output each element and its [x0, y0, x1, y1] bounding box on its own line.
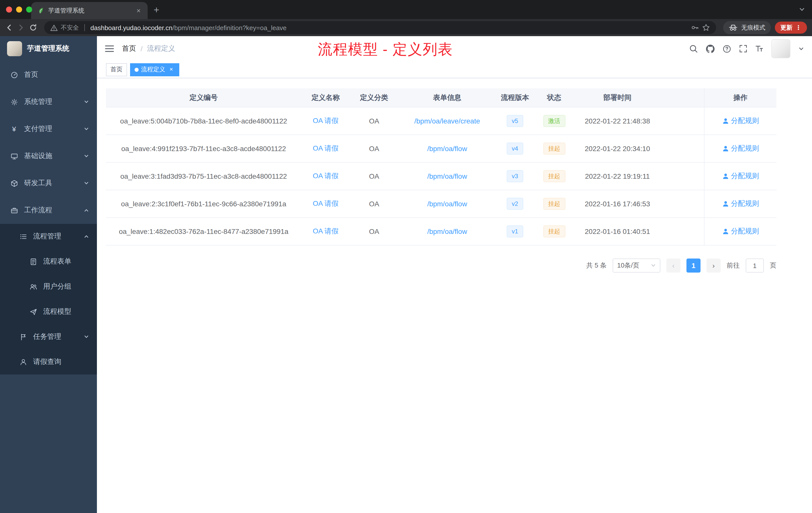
reload-button[interactable]: [29, 24, 37, 32]
definition-name-link[interactable]: OA 请假: [313, 117, 339, 125]
cell-definition-id: oa_leave:1:482ec033-762a-11ec-8477-a2380…: [106, 218, 301, 245]
assign-rule-link[interactable]: 分配规则: [731, 199, 759, 208]
prev-page-button[interactable]: ‹: [666, 259, 680, 273]
sidebar-submenu-workflow: 流程管理 流程表单 用户分组: [0, 224, 97, 374]
avatar-caret-down-icon[interactable]: [799, 46, 804, 52]
sidebar-item-infrastructure[interactable]: 基础设施: [0, 143, 97, 170]
security-warning-icon[interactable]: [50, 24, 58, 31]
close-window-button[interactable]: [6, 6, 12, 12]
sidebar-item-task-management[interactable]: 任务管理: [0, 324, 97, 350]
monitor-icon: [10, 152, 18, 160]
assign-rule-link[interactable]: 分配规则: [731, 144, 759, 153]
goto-page-input[interactable]: [746, 259, 764, 273]
chevron-down-icon: [84, 99, 89, 104]
fullscreen-icon[interactable]: [739, 45, 747, 53]
tab-title: 芋道管理系统: [48, 6, 130, 15]
breadcrumb-separator: /: [141, 45, 143, 53]
page-number-button[interactable]: 1: [687, 259, 700, 273]
tag-home[interactable]: 首页: [106, 63, 127, 76]
sidebar-item-system[interactable]: 系统管理: [0, 88, 97, 116]
version-badge: v1: [507, 225, 523, 237]
goto-unit: 页: [770, 261, 776, 270]
document-icon: [29, 258, 37, 265]
omnibox-divider: [84, 24, 85, 31]
assign-rule-link[interactable]: 分配规则: [731, 172, 759, 181]
version-badge: v3: [507, 170, 523, 182]
back-button[interactable]: [5, 24, 13, 32]
dashboard-icon: [10, 71, 18, 79]
search-icon[interactable]: [689, 44, 698, 53]
github-icon[interactable]: [706, 44, 715, 53]
sidebar-item-payment[interactable]: ¥ 支付管理: [0, 116, 97, 143]
breadcrumb: 首页 / 流程定义: [122, 44, 175, 53]
address-bar[interactable]: 不安全 dashboard.yudao.iocoder.cn/bpm/manag…: [44, 21, 716, 34]
paper-plane-icon: [29, 308, 37, 315]
definition-name-link[interactable]: OA 请假: [313, 199, 339, 208]
sidebar-item-process-form[interactable]: 流程表单: [0, 249, 97, 274]
cell-category: OA: [350, 163, 398, 190]
chevron-down-icon: [84, 334, 89, 339]
tab-close-icon[interactable]: ×: [135, 6, 143, 14]
sidebar-logo[interactable]: 芋道管理系统: [0, 36, 97, 61]
form-link[interactable]: /bpm/oa/leave/create: [414, 117, 480, 125]
forward-button[interactable]: [17, 24, 25, 32]
tag-close-icon[interactable]: ×: [168, 66, 175, 73]
form-link[interactable]: /bpm/oa/flow: [427, 145, 467, 153]
form-link[interactable]: /bpm/oa/flow: [427, 200, 467, 208]
assign-user-icon: [722, 117, 729, 124]
chevron-up-icon: [84, 234, 89, 239]
col-header-version: 流程版本: [496, 88, 534, 107]
browser-update-button[interactable]: 更新 ⋮: [775, 22, 807, 34]
goto-label: 前往: [727, 261, 740, 270]
next-page-button[interactable]: ›: [706, 259, 721, 273]
tab-search-chevron-icon[interactable]: [799, 6, 805, 12]
cell-definition-id: oa_leave:2:3c1f0ef1-76b1-11ec-9c66-a2380…: [106, 190, 301, 217]
sidebar-item-dev-tools[interactable]: 研发工具: [0, 170, 97, 197]
browser-tab[interactable]: 芋道管理系统 ×: [31, 2, 148, 19]
cell-deploy-time: 2022-01-22 21:48:38: [575, 108, 660, 134]
sidebar-item-workflow[interactable]: 工作流程: [0, 197, 97, 224]
breadcrumb-current: 流程定义: [147, 44, 175, 53]
hamburger-icon[interactable]: [105, 45, 114, 53]
top-navbar: 首页 / 流程定义 流程模型 - 定义列表: [97, 36, 812, 61]
sidebar-item-home[interactable]: 首页: [0, 61, 97, 88]
assign-user-icon: [722, 173, 729, 180]
bookmark-star-icon[interactable]: [702, 24, 710, 32]
form-link[interactable]: /bpm/oa/flow: [427, 228, 467, 235]
status-badge: 挂起: [543, 170, 565, 182]
font-size-icon[interactable]: [755, 45, 763, 53]
sidebar-item-leave-query[interactable]: 请假查询: [0, 350, 97, 374]
tag-process-definition[interactable]: 流程定义 ×: [130, 63, 179, 76]
cell-deploy-time: 2022-01-22 19:19:11: [575, 163, 660, 190]
help-icon[interactable]: [723, 44, 731, 53]
new-tab-button[interactable]: +: [154, 4, 159, 16]
status-badge: 挂起: [543, 143, 565, 155]
sidebar-item-user-group[interactable]: 用户分组: [0, 274, 97, 299]
tags-view-bar: 首页 流程定义 ×: [97, 61, 812, 78]
assign-user-icon: [722, 228, 729, 235]
col-header-deploy-time: 部署时间: [575, 88, 660, 107]
definition-name-link[interactable]: OA 请假: [313, 172, 339, 181]
assign-rule-link[interactable]: 分配规则: [731, 227, 759, 236]
breadcrumb-home[interactable]: 首页: [122, 44, 136, 53]
assign-rule-link[interactable]: 分配规则: [731, 117, 759, 125]
chevron-down-icon: [84, 181, 89, 186]
sidebar-item-process-model[interactable]: 流程模型: [0, 299, 97, 324]
zoom-window-button[interactable]: [26, 6, 32, 12]
incognito-badge: 无痕模式: [723, 21, 771, 34]
pagination: 共 5 条 10条/页 ‹ 1 › 前往 页: [106, 259, 776, 273]
briefcase-icon: [10, 207, 18, 214]
page-size-select[interactable]: 10条/页: [613, 259, 660, 273]
status-badge: 挂起: [543, 198, 565, 210]
sidebar-item-process-management[interactable]: 流程管理: [0, 224, 97, 249]
cell-category: OA: [350, 218, 398, 245]
avatar[interactable]: [771, 39, 790, 58]
minimize-window-button[interactable]: [16, 6, 22, 12]
password-key-icon[interactable]: [691, 24, 699, 32]
form-link[interactable]: /bpm/oa/flow: [427, 172, 467, 180]
definition-name-link[interactable]: OA 请假: [313, 227, 339, 236]
url-text[interactable]: dashboard.yudao.iocoder.cn/bpm/manager/d…: [90, 24, 688, 31]
definition-name-link[interactable]: OA 请假: [313, 144, 339, 153]
browser-menu-kebab-icon[interactable]: ⋮: [795, 24, 802, 31]
col-header-name: 定义名称: [301, 88, 350, 107]
